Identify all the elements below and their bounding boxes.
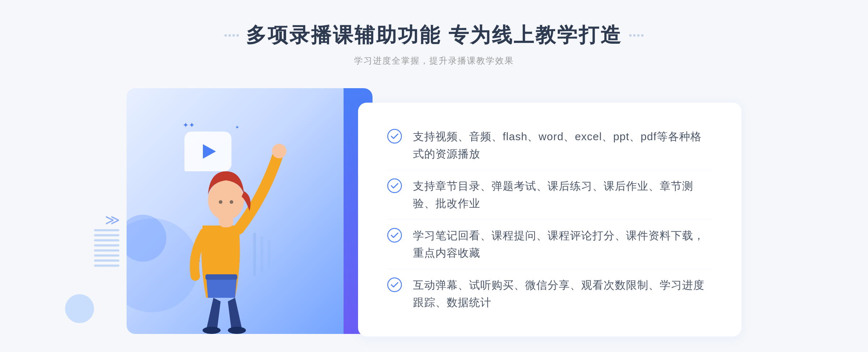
feature-item-4: 互动弹幕、试听购买、微信分享、观看次数限制、学习进度跟踪、数据统计 xyxy=(387,269,712,318)
check-circle-icon-1 xyxy=(387,129,402,144)
svg-rect-10 xyxy=(268,240,271,269)
stripe-deco xyxy=(94,229,119,280)
chevron-left-icon: ≫ xyxy=(105,211,120,228)
page-deco-circle xyxy=(65,294,94,323)
svg-point-11 xyxy=(388,129,401,143)
page-title: 多项录播课辅助功能 专为线上教学打造 xyxy=(246,22,622,49)
feature-text-2: 支持章节目录、弹题考试、课后练习、课后作业、章节测验、批改作业 xyxy=(413,177,712,212)
svg-rect-9 xyxy=(260,236,263,272)
check-circle-icon-2 xyxy=(387,178,402,193)
svg-point-2 xyxy=(272,144,286,158)
svg-point-6 xyxy=(230,200,233,204)
deco-dot xyxy=(237,34,239,37)
stripe-line xyxy=(94,249,119,252)
features-panel: 支持视频、音频、flash、word、excel、ppt、pdf等各种格式的资源… xyxy=(358,103,741,336)
right-decoration xyxy=(629,34,643,37)
feature-item-1: 支持视频、音频、flash、word、excel、ppt、pdf等各种格式的资源… xyxy=(387,121,712,170)
stripe-line xyxy=(94,265,119,267)
svg-point-5 xyxy=(219,200,222,204)
svg-point-12 xyxy=(388,179,401,193)
svg-rect-8 xyxy=(253,233,256,276)
title-row: 多项录播课辅助功能 专为线上教学打造 xyxy=(225,22,643,49)
illustration-card: ✦✦ ✦ xyxy=(127,88,373,334)
feature-text-1: 支持视频、音频、flash、word、excel、ppt、pdf等各种格式的资源… xyxy=(413,128,712,163)
feature-text-4: 互动弹幕、试听购买、微信分享、观看次数限制、学习进度跟踪、数据统计 xyxy=(413,276,712,311)
check-circle-icon-4 xyxy=(387,277,402,292)
stripe-line xyxy=(94,239,119,241)
deco-dot xyxy=(629,34,631,37)
page-header: 多项录播课辅助功能 专为线上教学打造 学习进度全掌握，提升录播课教学效果 xyxy=(225,22,643,66)
check-circle-icon-3 xyxy=(387,228,402,243)
feature-text-3: 学习笔记回看、课程提问、课程评论打分、课件资料下载，重点内容收藏 xyxy=(413,227,712,262)
stripe-line xyxy=(94,244,119,246)
deco-dot xyxy=(233,34,235,37)
stripe-line xyxy=(94,229,119,231)
feature-item-2: 支持章节目录、弹题考试、课后练习、课后作业、章节测验、批改作业 xyxy=(387,170,712,219)
svg-point-14 xyxy=(388,278,401,292)
deco-dot xyxy=(229,34,231,37)
stripe-line xyxy=(94,254,119,257)
deco-dot xyxy=(633,34,635,37)
svg-point-1 xyxy=(228,327,246,334)
person-illustration xyxy=(148,124,311,334)
page-subtitle: 学习进度全掌握，提升录播课教学效果 xyxy=(354,55,514,66)
stripe-line xyxy=(94,234,119,236)
stripe-line xyxy=(94,259,119,262)
deco-dot xyxy=(641,34,643,37)
svg-point-0 xyxy=(203,327,221,334)
left-decoration xyxy=(225,34,239,37)
svg-point-4 xyxy=(208,180,244,220)
deco-dot xyxy=(225,34,227,37)
svg-point-13 xyxy=(388,228,401,242)
content-area: ≫ xyxy=(127,88,741,351)
svg-rect-7 xyxy=(205,274,237,280)
feature-item-3: 学习笔记回看、课程提问、课程评论打分、课件资料下载，重点内容收藏 xyxy=(387,220,712,269)
deco-dot xyxy=(637,34,639,37)
page-wrapper: 多项录播课辅助功能 专为线上教学打造 学习进度全掌握，提升录播课教学效果 ≫ xyxy=(0,0,868,352)
